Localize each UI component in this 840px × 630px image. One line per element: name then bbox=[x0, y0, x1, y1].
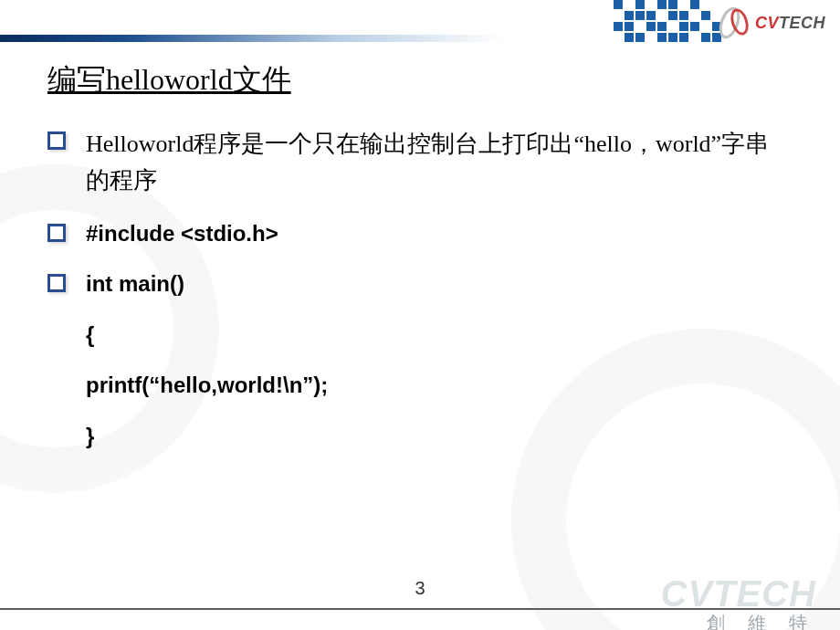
page-title: 编写helloworld文件 bbox=[47, 60, 793, 100]
bullet-brace-close: } bbox=[47, 421, 793, 452]
bullet-include: #include <stdio.h> bbox=[47, 218, 793, 249]
code-brace-close: } bbox=[86, 421, 94, 452]
logo: CVTECH bbox=[719, 5, 825, 40]
code-include: #include <stdio.h> bbox=[86, 218, 278, 249]
slide: CVTECH 编写helloworld文件 Helloworld程序是一个只在输… bbox=[0, 0, 840, 630]
logo-text-first: CV bbox=[755, 14, 779, 32]
bullet-intro: Helloworld程序是一个只在输出控制台上打印出“hello，world”字… bbox=[47, 126, 793, 200]
code-main: int main() bbox=[86, 268, 184, 299]
content: 编写helloworld文件 Helloworld程序是一个只在输出控制台上打印… bbox=[0, 47, 840, 452]
page-number: 3 bbox=[0, 578, 840, 599]
bullet-brace-open: { bbox=[47, 320, 793, 351]
logo-text: CVTECH bbox=[755, 14, 825, 33]
bullet-icon bbox=[47, 274, 66, 292]
bullet-main: int main() bbox=[47, 268, 793, 299]
footer-divider bbox=[0, 608, 840, 610]
logo-mark-icon bbox=[719, 6, 751, 39]
bullet-intro-text: Helloworld程序是一个只在输出控制台上打印出“hello，world”字… bbox=[86, 126, 793, 200]
code-printf: printf(“hello,world!\n”); bbox=[86, 370, 328, 401]
code-brace-open: { bbox=[86, 320, 94, 351]
bullet-printf: printf(“hello,world!\n”); bbox=[47, 370, 793, 401]
bullet-icon bbox=[47, 224, 66, 242]
header: CVTECH bbox=[0, 0, 840, 47]
logo-text-second: TECH bbox=[779, 14, 825, 32]
bullet-icon bbox=[47, 131, 66, 150]
header-pixel-pattern bbox=[614, 0, 721, 42]
